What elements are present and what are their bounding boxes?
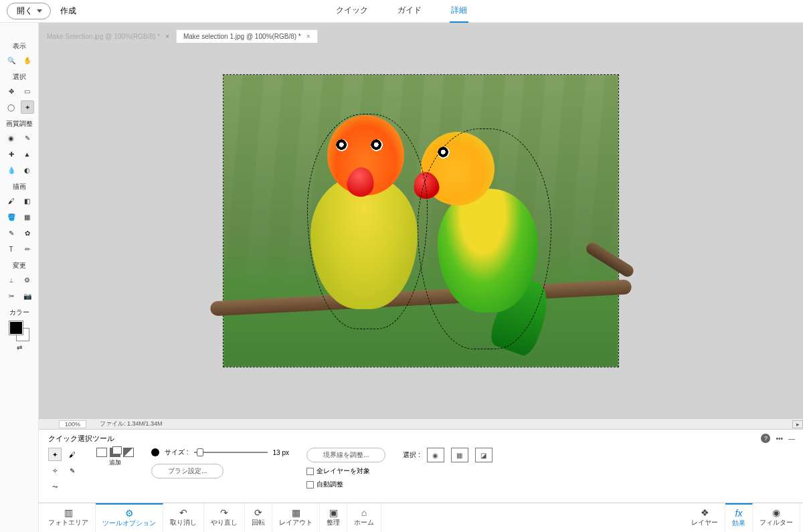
section-color: カラー — [9, 308, 29, 317]
tool-options-button[interactable]: ⚙ツールオプション — [96, 503, 163, 532]
section-select: 選択 — [13, 72, 26, 82]
swap-colors-icon[interactable]: ⇄ — [14, 343, 25, 352]
layers-icon: ❖ — [701, 508, 709, 517]
color-swatches[interactable] — [9, 321, 29, 341]
auto-enhance-checkbox[interactable]: 自動調整 — [306, 480, 385, 489]
brush-size-group: サイズ : 13 px ブラシ設定... — [151, 448, 289, 478]
mode-label: 追加 — [109, 458, 121, 467]
subtract-selection-icon[interactable] — [123, 448, 134, 457]
close-icon[interactable]: × — [306, 33, 310, 40]
refine-brush-subtool-icon[interactable]: ✎ — [66, 464, 79, 477]
brush-tool-icon[interactable]: 🖌 — [5, 194, 18, 207]
blur-tool-icon[interactable]: 💧 — [5, 163, 18, 177]
text-tool-icon[interactable]: T — [5, 242, 18, 256]
quick-select-subtool-icon[interactable]: ✦ — [48, 448, 62, 461]
straighten-tool-icon[interactable]: 📷 — [21, 289, 34, 302]
document-tab[interactable]: Make selection 1.jpg @ 100%(RGB/8) * × — [176, 29, 318, 43]
filters-button[interactable]: ◉フィルター — [753, 503, 800, 532]
document-tabs: Make Selection.jpg @ 100%(RGB/8) * × Mak… — [40, 29, 318, 43]
help-icon[interactable]: ? — [761, 434, 770, 443]
canvas[interactable] — [224, 75, 618, 367]
zoom-level[interactable]: 100% — [59, 420, 86, 428]
all-layers-checkbox[interactable]: 全レイヤーを対象 — [306, 466, 385, 476]
collapse-icon[interactable]: — — [788, 435, 795, 442]
recompose-tool-icon[interactable]: ⚙ — [21, 273, 34, 286]
spot-heal-tool-icon[interactable]: ✚ — [5, 147, 18, 161]
more-icon[interactable]: ••• — [776, 435, 783, 442]
move-tool-icon[interactable]: ✥ — [5, 84, 18, 98]
file-size: ファイル: 1.34M/1.34M — [100, 420, 163, 428]
quick-select-tool-icon[interactable]: ✦ — [21, 100, 34, 114]
image-bird-left — [304, 115, 424, 316]
redeye-tool-icon[interactable]: ◉ — [5, 131, 18, 145]
preview-landscape-icon[interactable]: ▦ — [451, 448, 468, 462]
preview-person-icon[interactable]: ◉ — [427, 448, 444, 462]
marquee-tool-icon[interactable]: ▭ — [21, 84, 34, 98]
layout-icon: ▦ — [292, 508, 300, 517]
open-label: 開く — [17, 5, 33, 17]
undo-button[interactable]: ↶取り消し — [163, 503, 204, 532]
rotate-button[interactable]: ⟳回転 — [245, 503, 272, 532]
add-selection-icon[interactable] — [110, 448, 120, 457]
hand-tool-icon[interactable]: ✋ — [21, 54, 34, 67]
content-move-tool-icon[interactable]: ✂ — [5, 289, 18, 302]
lasso-tool-icon[interactable]: ◯ — [5, 100, 18, 114]
selection-label: 選択 : — [403, 450, 420, 460]
shape-tool-icon[interactable]: ✿ — [21, 226, 34, 240]
auto-select-subtool-icon[interactable]: ⤳ — [48, 480, 62, 493]
organize-button[interactable]: ▣整理 — [320, 503, 347, 532]
gradient-tool-icon[interactable]: ▦ — [21, 210, 34, 224]
brush-preview-icon — [151, 448, 159, 456]
home-button[interactable]: ⌂ホーム — [347, 503, 381, 532]
effects-button[interactable]: fx効果 — [725, 503, 753, 532]
fill-tool-icon[interactable]: 🪣 — [5, 210, 18, 224]
sponge-tool-icon[interactable]: ◐ — [21, 163, 34, 177]
section-adjust: 画質調整 — [6, 119, 33, 128]
subtool-picker: ✦ 🖌 ✧ ✎ ⤳ — [48, 448, 79, 496]
image-bird-right — [418, 125, 538, 319]
mode-quick[interactable]: クイック — [335, 0, 369, 23]
layout-button[interactable]: ▦レイアウト — [272, 503, 320, 532]
layers-button[interactable]: ❖レイヤー — [685, 503, 725, 532]
refine-edge-button[interactable]: 境界線を調整... — [306, 448, 385, 462]
pencil-tool-icon[interactable]: ✏ — [21, 242, 34, 256]
new-selection-icon[interactable] — [96, 448, 107, 457]
bottom-bar: ▥フォトエリア ⚙ツールオプション ↶取り消し ↷やり直し ⟳回転 ▦レイアウト… — [39, 503, 803, 532]
document-tab-label: Make Selection.jpg @ 100%(RGB/8) * — [47, 33, 160, 40]
eraser-tool-icon[interactable]: ◧ — [21, 194, 34, 207]
effects-icon: fx — [735, 509, 743, 518]
mode-guided[interactable]: ガイド — [396, 0, 423, 23]
preview-portrait-icon[interactable]: ◪ — [475, 448, 493, 462]
zoom-tool-icon[interactable]: 🔍 — [5, 54, 18, 67]
status-strip: 100% ファイル: 1.34M/1.34M ▸ — [39, 418, 803, 429]
rotate-icon: ⟳ — [254, 508, 262, 517]
eyedropper-tool-icon[interactable]: ✎ — [5, 226, 18, 240]
photo-bin-button[interactable]: ▥フォトエリア — [41, 503, 96, 532]
photo-bin-icon: ▥ — [64, 508, 73, 517]
section-modify: 変更 — [13, 261, 26, 270]
redo-button[interactable]: ↷やり直し — [204, 503, 245, 532]
brush-settings-button[interactable]: ブラシ設定... — [151, 464, 224, 478]
filters-icon: ◉ — [772, 508, 780, 517]
close-icon[interactable]: × — [165, 33, 169, 40]
tools-sidebar: 表示 🔍 ✋ 選択 ✥ ▭ ◯ ✦ 画質調整 ◉✎ ✚▲ 💧◐ 描画 🖌◧ 🪣▦… — [0, 23, 39, 532]
create-button[interactable]: 作成 — [60, 5, 80, 17]
canvas-area[interactable] — [39, 23, 803, 418]
mode-detail[interactable]: 詳細 — [450, 0, 468, 23]
section-draw: 描画 — [13, 182, 26, 191]
panel-title: クイック選択ツール — [48, 434, 794, 444]
whiten-tool-icon[interactable]: ✎ — [21, 131, 34, 145]
size-slider[interactable] — [194, 452, 268, 453]
size-value: 13 px — [273, 449, 289, 456]
smart-brush-tool-icon[interactable]: ▲ — [21, 147, 34, 161]
home-icon: ⌂ — [361, 508, 367, 517]
selection-brush-subtool-icon[interactable]: 🖌 — [66, 448, 79, 461]
crop-tool-icon[interactable]: ⟂ — [5, 273, 18, 286]
refine-group: 境界線を調整... 全レイヤーを対象 自動調整 — [306, 448, 385, 489]
document-tab[interactable]: Make Selection.jpg @ 100%(RGB/8) * × — [40, 29, 176, 43]
open-button[interactable]: 開く — [7, 3, 51, 19]
scroll-right-icon[interactable]: ▸ — [792, 420, 803, 428]
magic-wand-subtool-icon[interactable]: ✧ — [48, 464, 62, 477]
organize-icon: ▣ — [329, 508, 338, 517]
foreground-swatch[interactable] — [9, 321, 23, 335]
